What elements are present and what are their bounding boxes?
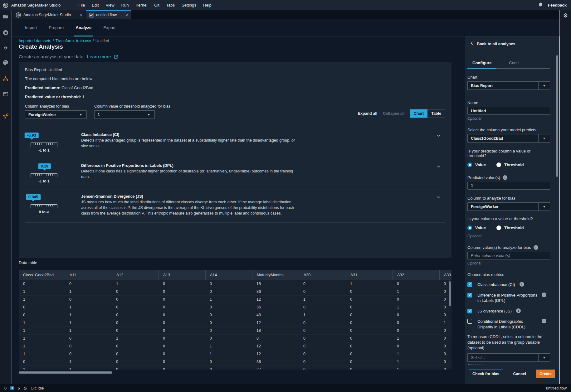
- menu-git[interactable]: Git: [151, 3, 163, 7]
- checkbox-difference-in-positive-proportions-in-labels-dpl[interactable]: ✓Difference in Positive Proportions in L…: [467, 293, 550, 303]
- radio-value[interactable]: Value: [467, 225, 486, 230]
- close-tab-icon[interactable]: ×: [125, 13, 128, 17]
- table-cell: 1: [65, 360, 112, 364]
- metric-ruler: [31, 143, 57, 147]
- horizontal-scrollbar[interactable]: [19, 371, 112, 374]
- create-analysis-main: Imported datasets/Transform: train.csv/U…: [12, 36, 465, 384]
- ruler-tick: [37, 205, 38, 206]
- menu-tabs[interactable]: Tabs: [163, 3, 178, 7]
- column-header-a31[interactable]: A31: [346, 270, 393, 280]
- data-table-label: Data table: [19, 260, 37, 265]
- group-variable-select[interactable]: Select... ▼: [467, 353, 550, 362]
- subtab-analyze[interactable]: Analyze: [74, 19, 93, 36]
- radio-threshold[interactable]: Threshold: [496, 162, 524, 167]
- view-chart[interactable]: Chart: [410, 109, 428, 118]
- bias-column-selected: ForeignWorker: [25, 111, 75, 119]
- tab-configure[interactable]: Configure: [467, 60, 496, 68]
- column-header-a30[interactable]: A30: [299, 270, 346, 280]
- subtab-export[interactable]: Export: [102, 19, 117, 36]
- predict-column-select[interactable]: Class1Good2Bad ▼: [467, 134, 550, 143]
- column-header-a11[interactable]: A11: [65, 270, 112, 280]
- git-icon[interactable]: [2, 45, 9, 51]
- info-icon[interactable]: i: [516, 308, 521, 313]
- column-header-maturitymonths[interactable]: MaturityMonths: [252, 270, 299, 280]
- name-input[interactable]: Untitled: [467, 107, 550, 115]
- status-gear-icon[interactable]: ⚙: [23, 386, 27, 390]
- table-cell: 0: [112, 352, 159, 356]
- checkbox-label: Class imbalance (CI): [477, 282, 515, 288]
- bias-column-select[interactable]: ForeignWorker ▼: [25, 110, 87, 119]
- create-button[interactable]: Create: [536, 370, 555, 378]
- tab-amazon-sagemaker-studio[interactable]: Amazon SageMaker Studio×: [12, 10, 85, 19]
- chart-type-select[interactable]: Bias Report ▼: [467, 81, 550, 90]
- close-tab-icon[interactable]: ×: [80, 13, 82, 17]
- report-heading: Bias Report: Untitled: [25, 67, 445, 72]
- bias-value-select[interactable]: 1 ▼: [94, 110, 155, 119]
- info-icon[interactable]: i: [520, 282, 524, 287]
- column-header-a12[interactable]: A12: [112, 270, 159, 280]
- collapse-all-button[interactable]: Collapse all: [383, 111, 404, 116]
- column-header-a13[interactable]: A13: [159, 270, 205, 280]
- notifications-bell-icon[interactable]: [538, 2, 543, 8]
- subtab-prepare[interactable]: Prepare: [47, 19, 65, 36]
- menu-file[interactable]: File: [75, 3, 88, 7]
- kernel-badge-icon: S: [10, 386, 14, 390]
- column-header-class1good2bad[interactable]: Class1Good2Bad: [19, 270, 65, 280]
- checkbox-checked-icon[interactable]: ✓: [467, 282, 472, 287]
- column-values-input[interactable]: Enter column value(s): [467, 252, 550, 259]
- menu-kernel[interactable]: Kernel: [132, 3, 151, 7]
- radio-threshold[interactable]: Threshold: [496, 225, 524, 230]
- chevron-down-icon[interactable]: [436, 195, 441, 200]
- analyze-column-select[interactable]: ForeignWorker ▼: [467, 202, 550, 211]
- checkbox-conditional-demographic-disparity-in-labels-cddl[interactable]: Conditional Demographic Disparity in Lab…: [467, 319, 550, 330]
- checkbox-checked-icon[interactable]: ✓: [467, 309, 472, 313]
- menu-settings[interactable]: Settings: [178, 3, 200, 7]
- checkbox-class-imbalance-ci[interactable]: ✓Class imbalance (CI)i: [467, 282, 550, 288]
- table-cell: 0: [19, 360, 65, 364]
- feedback-link[interactable]: Feedback: [548, 3, 567, 7]
- vertical-scrollbar[interactable]: [449, 281, 451, 306]
- checkbox-checked-icon[interactable]: ✓: [467, 293, 472, 298]
- checkbox-unchecked-icon[interactable]: [467, 319, 472, 324]
- breadcrumb-transform-train-csv[interactable]: Transform: train.csv: [56, 38, 91, 43]
- commands-palette-icon[interactable]: [2, 60, 9, 66]
- menu-help[interactable]: Help: [200, 3, 215, 7]
- checkbox-js-divergence-js[interactable]: ✓JS divergence (JS)i: [467, 308, 550, 314]
- column-header-a32[interactable]: A32: [393, 270, 439, 280]
- table-cell: 0: [65, 282, 112, 286]
- data-wrangler-flow-icon[interactable]: [2, 113, 9, 119]
- info-icon[interactable]: i: [534, 245, 538, 250]
- column-header-a14[interactable]: A14: [205, 270, 252, 280]
- chevron-down-icon[interactable]: [436, 164, 441, 169]
- data-table-header: Class1Good2BadA11A12A13A14MaturityMonths…: [19, 270, 451, 280]
- tab-code[interactable]: Code: [504, 60, 524, 68]
- open-tabs-icon[interactable]: [2, 91, 9, 97]
- cancel-button[interactable]: Cancel: [513, 372, 526, 376]
- check-for-bias-button[interactable]: Check for bias: [469, 370, 503, 378]
- info-icon[interactable]: i: [503, 175, 507, 180]
- breadcrumb-imported-datasets[interactable]: Imported datasets: [19, 38, 51, 43]
- chevron-down-icon[interactable]: [436, 133, 441, 138]
- radio-value[interactable]: Value: [467, 162, 486, 167]
- ruler-tick: [48, 143, 49, 145]
- table-cell: 0: [112, 344, 159, 348]
- predicted-values-input[interactable]: 1: [467, 182, 550, 190]
- learn-more-link[interactable]: Learn more.: [87, 54, 112, 59]
- table-cell: 0: [299, 367, 346, 370]
- sagemaker-resources-icon[interactable]: [2, 75, 9, 82]
- tab-untitled-flow[interactable]: untitled.flow×: [86, 10, 131, 19]
- tab-label: untitled.flow: [96, 13, 117, 17]
- menu-view[interactable]: View: [102, 3, 118, 7]
- info-icon[interactable]: i: [542, 319, 546, 323]
- view-table[interactable]: Table: [427, 109, 445, 118]
- column-header-a33[interactable]: A33: [439, 270, 451, 280]
- settings-gear-icon[interactable]: ⚙: [563, 13, 568, 18]
- subtab-import[interactable]: Import: [24, 19, 38, 36]
- menu-run[interactable]: Run: [118, 3, 132, 7]
- running-terminals-icon[interactable]: [2, 30, 9, 36]
- info-icon[interactable]: i: [542, 293, 546, 297]
- menu-edit[interactable]: Edit: [88, 3, 102, 7]
- file-browser-icon[interactable]: [2, 13, 9, 20]
- back-to-all-analyses[interactable]: Back to all analyses: [465, 36, 559, 51]
- expand-all-button[interactable]: Expand all: [358, 111, 378, 116]
